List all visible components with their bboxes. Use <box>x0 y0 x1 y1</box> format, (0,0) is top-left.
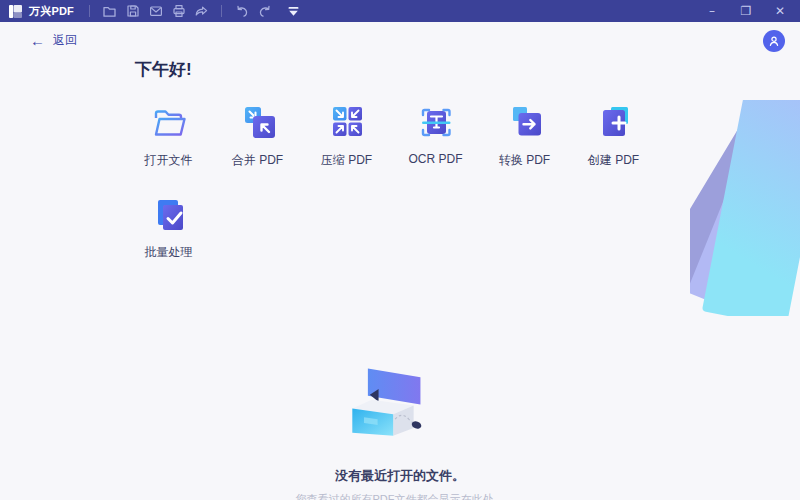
action-label: 压缩 PDF <box>321 152 372 169</box>
action-label: 打开文件 <box>145 152 193 169</box>
greeting-title: 下午好! <box>135 58 192 81</box>
action-label: 创建 PDF <box>588 152 639 169</box>
merge-pdf-icon <box>238 103 278 143</box>
maximize-button[interactable]: ❐ <box>735 2 757 20</box>
undo-icon[interactable] <box>231 2 252 20</box>
action-label: OCR PDF <box>409 152 463 166</box>
user-avatar[interactable] <box>763 30 785 52</box>
email-icon[interactable] <box>145 2 166 20</box>
action-open-file[interactable]: 打开文件 <box>124 103 213 169</box>
toolbar-divider <box>89 5 90 17</box>
recent-files-empty-state: 没有最近打开的文件。 您查看过的所有PDF文件都会显示在此处。 <box>0 360 800 500</box>
decor-sheet-back <box>690 100 800 296</box>
action-convert-pdf[interactable]: 转换 PDF <box>480 103 569 169</box>
action-compress-pdf[interactable]: 压缩 PDF <box>302 103 391 169</box>
titlebar: 万兴PDF – ❐ ✕ <box>0 0 800 22</box>
collapse-toolbar-icon[interactable] <box>283 2 304 20</box>
action-create-pdf[interactable]: 创建 PDF <box>569 103 658 169</box>
action-batch-process[interactable]: 批量处理 <box>124 195 213 261</box>
empty-state-title: 没有最近打开的文件。 <box>0 467 800 485</box>
action-ocr-pdf[interactable]: OCR PDF <box>391 103 480 169</box>
print-icon[interactable] <box>168 2 189 20</box>
share-icon[interactable] <box>191 2 212 20</box>
main-content: ← 返回 下午好! 打开文件 合并 PDF <box>0 22 800 500</box>
back-arrow-icon: ← <box>30 33 45 48</box>
quick-actions: 打开文件 合并 PDF 压缩 PDF <box>124 103 658 261</box>
redo-icon[interactable] <box>254 2 275 20</box>
close-button[interactable]: ✕ <box>769 2 791 20</box>
person-icon <box>768 35 780 47</box>
create-pdf-icon <box>594 103 634 143</box>
toolbar-divider <box>221 5 222 17</box>
ocr-pdf-icon <box>416 103 456 143</box>
decor-sheet-middle <box>690 100 800 314</box>
batch-process-icon <box>149 195 189 235</box>
action-merge-pdf[interactable]: 合并 PDF <box>213 103 302 169</box>
app-logo-icon <box>9 5 22 18</box>
action-label: 合并 PDF <box>232 152 283 169</box>
compress-pdf-icon <box>327 103 367 143</box>
action-label: 批量处理 <box>145 244 193 261</box>
empty-state-illustration <box>327 360 473 454</box>
minimize-button[interactable]: – <box>701 2 723 20</box>
app-title: 万兴PDF <box>29 4 74 19</box>
save-icon[interactable] <box>122 2 143 20</box>
decor-sheet-front <box>702 100 800 316</box>
open-folder-icon[interactable] <box>99 2 120 20</box>
back-button[interactable]: ← 返回 <box>30 32 77 49</box>
convert-pdf-icon <box>505 103 545 143</box>
empty-state-subtitle: 您查看过的所有PDF文件都会显示在此处。 <box>0 492 800 500</box>
decorative-sheets <box>690 100 800 316</box>
action-label: 转换 PDF <box>499 152 550 169</box>
open-file-icon <box>149 103 189 143</box>
back-label: 返回 <box>53 32 77 49</box>
